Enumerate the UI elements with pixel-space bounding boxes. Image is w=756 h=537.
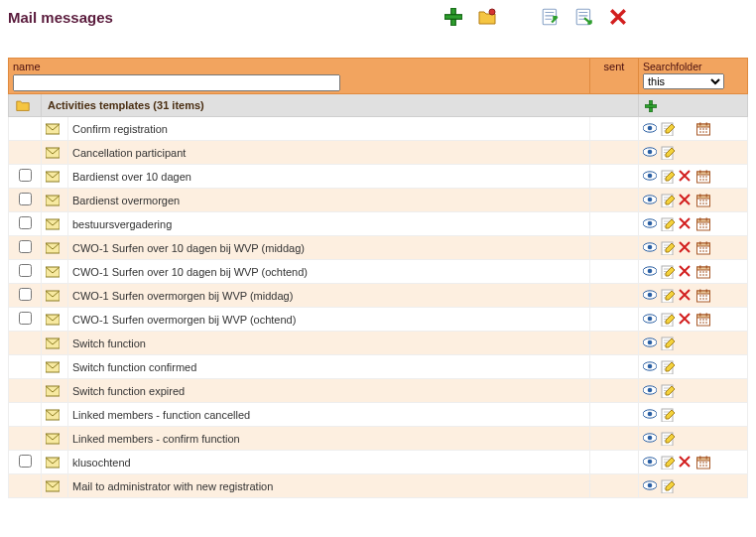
edit-icon[interactable]	[661, 384, 675, 398]
row-checkbox[interactable]	[19, 193, 32, 205]
delete-icon[interactable]	[679, 170, 693, 184]
view-icon[interactable]	[643, 289, 657, 303]
row-name[interactable]: CWO-1 Surfen overmorgen bij WVP (middag)	[68, 284, 590, 308]
schedule-icon[interactable]	[696, 170, 710, 184]
view-icon[interactable]	[643, 122, 657, 136]
col-sent[interactable]: sent	[590, 59, 639, 94]
delete-icon[interactable]	[679, 313, 693, 327]
view-icon[interactable]	[643, 336, 657, 350]
name-filter-input[interactable]	[13, 74, 340, 91]
view-icon[interactable]	[643, 241, 657, 255]
row-name[interactable]: Cancellation participant	[68, 141, 590, 165]
view-icon[interactable]	[643, 170, 657, 184]
row-name[interactable]: Switch function	[68, 332, 590, 355]
searchfolder-select[interactable]: this	[643, 73, 724, 89]
view-icon[interactable]	[643, 479, 657, 493]
row-name[interactable]: CWO-1 Surfen over 10 dagen bij WVP (ocht…	[68, 260, 590, 284]
edit-icon[interactable]	[661, 194, 675, 207]
export-icon[interactable]	[573, 6, 595, 28]
row-checkbox[interactable]	[19, 169, 32, 182]
edit-icon[interactable]	[661, 479, 675, 493]
edit-icon[interactable]	[661, 241, 675, 255]
edit-icon[interactable]	[661, 313, 675, 327]
row-name[interactable]: Switch function confirmed	[68, 355, 590, 379]
table-row[interactable]: Bardienst overmorgen	[9, 189, 748, 212]
row-name[interactable]: Switch function expired	[68, 379, 590, 403]
view-icon[interactable]	[643, 360, 657, 374]
row-name[interactable]: Linked members - function cancelled	[68, 403, 590, 427]
schedule-icon[interactable]	[696, 241, 710, 255]
edit-icon[interactable]	[661, 170, 675, 184]
schedule-icon[interactable]	[696, 122, 710, 136]
edit-icon[interactable]	[661, 408, 675, 422]
delete-icon[interactable]	[679, 289, 693, 303]
row-checkbox[interactable]	[19, 264, 32, 277]
import-icon[interactable]	[540, 6, 562, 28]
table-row[interactable]: CWO-1 Surfen overmorgen bij WVP (ochtend…	[9, 308, 748, 332]
add-icon[interactable]	[442, 6, 464, 28]
view-icon[interactable]	[643, 194, 657, 207]
row-name[interactable]: CWO-1 Surfen over 10 dagen bij WVP (midd…	[68, 236, 590, 260]
table-row[interactable]: Switch function expired	[9, 379, 748, 403]
row-checkbox[interactable]	[19, 312, 32, 325]
table-row[interactable]: Cancellation participant	[9, 141, 748, 165]
schedule-icon[interactable]	[696, 289, 710, 303]
edit-icon[interactable]	[661, 289, 675, 303]
col-name[interactable]: name	[9, 59, 590, 94]
view-icon[interactable]	[643, 265, 657, 279]
row-name[interactable]: Bardienst over 10 dagen	[68, 165, 590, 189]
folder-row[interactable]: Activities templates (31 items)	[9, 94, 748, 117]
table-row[interactable]: bestuursvergadering	[9, 212, 748, 236]
view-icon[interactable]	[643, 408, 657, 422]
edit-icon[interactable]	[661, 265, 675, 279]
row-name[interactable]: Linked members - confirm function	[68, 427, 590, 451]
table-row[interactable]: Linked members - function cancelled	[9, 403, 748, 427]
delete-icon[interactable]	[607, 6, 629, 28]
row-name[interactable]: CWO-1 Surfen overmorgen bij WVP (ochtend…	[68, 308, 590, 332]
row-checkbox[interactable]	[19, 288, 32, 301]
schedule-icon[interactable]	[696, 217, 710, 231]
schedule-icon[interactable]	[696, 456, 710, 470]
view-icon[interactable]	[643, 217, 657, 231]
view-icon[interactable]	[643, 432, 657, 446]
view-icon[interactable]	[643, 384, 657, 398]
table-row[interactable]: Switch function	[9, 332, 748, 355]
delete-icon[interactable]	[679, 194, 693, 207]
schedule-icon[interactable]	[696, 313, 710, 327]
table-row[interactable]: CWO-1 Surfen over 10 dagen bij WVP (ocht…	[9, 260, 748, 284]
delete-icon[interactable]	[679, 241, 693, 255]
new-folder-icon[interactable]	[476, 6, 498, 28]
table-row[interactable]: Bardienst over 10 dagen	[9, 165, 748, 189]
edit-icon[interactable]	[661, 122, 675, 136]
table-row[interactable]: Confirm registration	[9, 117, 748, 141]
row-checkbox[interactable]	[19, 455, 32, 468]
delete-icon[interactable]	[679, 265, 693, 279]
delete-icon[interactable]	[679, 456, 693, 470]
table-row[interactable]: CWO-1 Surfen overmorgen bij WVP (middag)	[9, 284, 748, 308]
row-checkbox[interactable]	[19, 240, 32, 253]
row-name[interactable]: bestuursvergadering	[68, 212, 590, 236]
edit-icon[interactable]	[661, 456, 675, 470]
table-row[interactable]: Switch function confirmed	[9, 355, 748, 379]
folder-add-icon[interactable]	[645, 100, 657, 112]
row-name[interactable]: Confirm registration	[68, 117, 590, 141]
schedule-icon[interactable]	[696, 265, 710, 279]
table-row[interactable]: CWO-1 Surfen over 10 dagen bij WVP (midd…	[9, 236, 748, 260]
edit-icon[interactable]	[661, 360, 675, 374]
view-icon[interactable]	[643, 313, 657, 327]
table-row[interactable]: Linked members - confirm function	[9, 427, 748, 451]
row-checkbox[interactable]	[19, 216, 32, 229]
edit-icon[interactable]	[661, 146, 675, 160]
view-icon[interactable]	[643, 456, 657, 470]
row-name[interactable]: klusochtend	[68, 451, 590, 474]
schedule-icon[interactable]	[696, 194, 710, 207]
row-name[interactable]: Bardienst overmorgen	[68, 189, 590, 212]
view-icon[interactable]	[643, 146, 657, 160]
row-name[interactable]: Mail to administrator with new registrat…	[68, 474, 590, 498]
edit-icon[interactable]	[661, 336, 675, 350]
table-row[interactable]: Mail to administrator with new registrat…	[9, 474, 748, 498]
table-row[interactable]: klusochtend	[9, 451, 748, 474]
edit-icon[interactable]	[661, 432, 675, 446]
delete-icon[interactable]	[679, 217, 693, 231]
edit-icon[interactable]	[661, 217, 675, 231]
